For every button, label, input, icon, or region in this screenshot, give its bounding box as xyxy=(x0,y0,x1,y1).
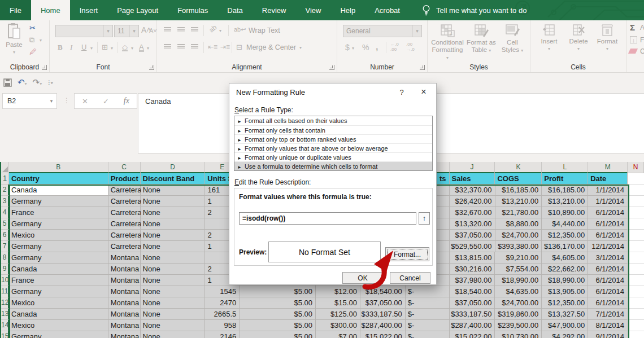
cell-K15[interactable]: $10,730.00 xyxy=(495,331,542,338)
decrease-decimal-button[interactable]: .00→.0 xyxy=(406,42,415,52)
cell-M12[interactable]: 6/1/2014 xyxy=(588,297,628,309)
format-painter-button[interactable]: 🖉 xyxy=(29,47,37,56)
align-top-icon[interactable] xyxy=(164,27,171,32)
cell-B11[interactable]: Germany xyxy=(9,286,108,297)
cell-L9[interactable]: $22,662.00 xyxy=(542,264,588,275)
cell-L15[interactable]: $4,292.00 xyxy=(542,331,588,338)
cell-J5[interactable]: $13,320.00 xyxy=(450,218,495,230)
fill-down-icon[interactable]: ↓ xyxy=(630,36,637,43)
cell-L13[interactable]: $13,327.50 xyxy=(542,309,588,320)
cell-H13[interactable]: $333,187.50 xyxy=(360,309,406,320)
column-header-D[interactable]: D xyxy=(141,162,206,173)
cell-N6[interactable] xyxy=(628,230,644,241)
italic-button[interactable]: I xyxy=(70,43,72,52)
column-header-K[interactable]: K xyxy=(495,162,542,173)
cell-J11[interactable]: $18,540.00 xyxy=(450,286,495,297)
redo-dropdown-icon[interactable]: ▾ xyxy=(40,81,42,86)
undo-dropdown-icon[interactable]: ▾ xyxy=(25,81,27,86)
cell-C7[interactable]: Carretera xyxy=(108,241,141,252)
tab-page-layout[interactable]: Page Layout xyxy=(107,0,168,20)
row-header-7[interactable]: 7 xyxy=(1,241,9,252)
cell-L8[interactable]: $4,605.00 xyxy=(542,252,588,264)
tab-help[interactable]: Help xyxy=(330,0,365,20)
cell-L10[interactable]: $18,990.00 xyxy=(542,275,588,286)
ok-button[interactable]: OK xyxy=(342,272,383,284)
orientation-dropdown-icon[interactable]: ▾ xyxy=(219,28,221,33)
bold-button[interactable]: B xyxy=(58,43,63,52)
cell-M2[interactable]: 1/1/2014 xyxy=(588,185,628,196)
cell-M13[interactable]: 7/1/2014 xyxy=(588,309,628,320)
cell-J13[interactable]: $333,187.50 xyxy=(450,309,495,320)
cell-D7[interactable]: None xyxy=(141,241,206,252)
clear-eraser-icon[interactable] xyxy=(628,49,638,54)
name-box[interactable]: B2 ▾ xyxy=(2,93,57,109)
cell-B4[interactable]: France xyxy=(9,207,108,218)
cell-D4[interactable]: None xyxy=(141,207,206,218)
cell-B9[interactable]: Canada xyxy=(9,264,108,275)
cell-F13[interactable]: $5.00 xyxy=(240,309,316,320)
merge-center-button[interactable]: Merge & Center xyxy=(246,43,296,51)
cell-N3[interactable] xyxy=(628,196,644,207)
cell-B7[interactable]: Germany xyxy=(9,241,108,252)
confirm-entry-icon[interactable]: ✓ xyxy=(103,97,109,106)
cell-N4[interactable] xyxy=(628,207,644,218)
cell-G12[interactable]: $15.00 xyxy=(316,297,360,309)
column-header-N[interactable]: N xyxy=(628,162,644,173)
cell-D14[interactable]: None xyxy=(141,320,206,331)
cell-M9[interactable]: 6/1/2014 xyxy=(588,264,628,275)
column-header-M[interactable]: M xyxy=(588,162,628,173)
cell-B14[interactable]: Mexico xyxy=(9,320,108,331)
orientation-button[interactable]: ab xyxy=(207,23,218,34)
cell-K9[interactable]: $7,554.00 xyxy=(495,264,542,275)
cell-L1[interactable]: Profit xyxy=(542,173,588,185)
align-right-icon[interactable] xyxy=(191,44,198,49)
cell-D3[interactable]: None xyxy=(141,196,206,207)
cell-L7[interactable]: $136,170.00 xyxy=(542,241,588,252)
cell-L4[interactable]: $10,890.00 xyxy=(542,207,588,218)
cell-K11[interactable]: $4,635.00 xyxy=(495,286,542,297)
tab-acrobat[interactable]: Acrobat xyxy=(365,0,410,20)
row-header-6[interactable]: 6 xyxy=(1,230,9,241)
underline-button[interactable]: U xyxy=(81,43,86,51)
cell-styles-button[interactable]: CellStyles ▾ xyxy=(498,24,527,54)
cancel-entry-icon[interactable]: ✕ xyxy=(82,97,88,106)
row-header-15[interactable]: 15 xyxy=(1,331,9,338)
cell-G13[interactable]: $125.00 xyxy=(316,309,360,320)
cell-D12[interactable]: None xyxy=(141,297,206,309)
tab-view[interactable]: View xyxy=(295,0,330,20)
cell-B6[interactable]: Mexico xyxy=(9,230,108,241)
cell-K1[interactable]: COGS xyxy=(495,173,542,185)
select-all-corner[interactable] xyxy=(1,162,9,173)
row-header-3[interactable]: 3 xyxy=(1,196,9,207)
tab-file[interactable]: File xyxy=(0,0,31,20)
cell-K10[interactable]: $18,990.00 xyxy=(495,275,542,286)
copy-button[interactable]: ⧉ xyxy=(29,36,34,45)
number-format-combo[interactable]: General ▾ xyxy=(343,25,422,37)
cell-J2[interactable]: $32,370.00 xyxy=(450,185,495,196)
cell-K7[interactable]: $393,380.00 xyxy=(495,241,542,252)
cell-C9[interactable]: Montana xyxy=(108,264,141,275)
cell-C1[interactable]: Product xyxy=(108,173,141,185)
tab-data[interactable]: Data xyxy=(217,0,252,20)
cell-N8[interactable] xyxy=(628,252,644,264)
cell-C12[interactable]: Montana xyxy=(108,297,141,309)
cell-J12[interactable]: $37,050.00 xyxy=(450,297,495,309)
row-header-14[interactable]: 14 xyxy=(1,320,9,331)
decrease-indent-icon[interactable]: ⇤≡ xyxy=(208,43,217,51)
column-header-C[interactable]: C xyxy=(108,162,141,173)
cell-J15[interactable]: $15,022.00 xyxy=(450,331,495,338)
cell-B3[interactable]: Germany xyxy=(9,196,108,207)
cell-F14[interactable]: $5.00 xyxy=(240,320,316,331)
cell-K12[interactable]: $24,700.00 xyxy=(495,297,542,309)
cell-I13[interactable]: $- xyxy=(406,309,450,320)
cell-G11[interactable]: $12.00 xyxy=(316,286,360,297)
cell-L12[interactable]: $12,350.00 xyxy=(542,297,588,309)
align-left-icon[interactable] xyxy=(164,44,171,49)
row-header-9[interactable]: 9 xyxy=(1,264,9,275)
autosum-icon[interactable]: Σ xyxy=(630,23,635,32)
help-icon[interactable]: ? xyxy=(392,88,411,96)
cell-F11[interactable]: $5.00 xyxy=(240,286,316,297)
cell-K4[interactable]: $21,780.00 xyxy=(495,207,542,218)
cell-M10[interactable]: 6/1/2014 xyxy=(588,275,628,286)
cell-L14[interactable]: $47,900.00 xyxy=(542,320,588,331)
